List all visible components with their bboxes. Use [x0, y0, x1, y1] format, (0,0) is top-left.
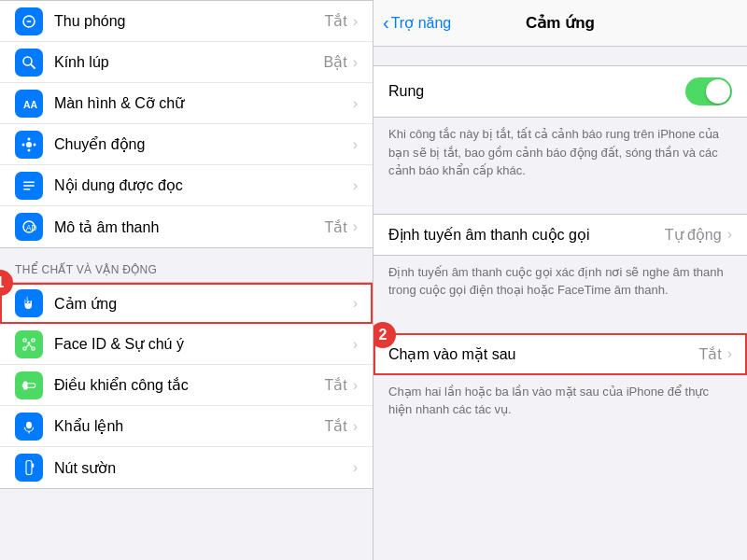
svg-text:AD: AD [26, 224, 37, 232]
dinh-tuyen-value: Tự động [665, 226, 722, 244]
svg-point-22 [26, 421, 32, 428]
cham-vao-row[interactable]: Chạm vào mặt sau Tắt › [374, 333, 747, 375]
svg-point-19 [28, 342, 31, 344]
svg-rect-17 [23, 347, 26, 350]
kinh-lup-icon [15, 49, 43, 77]
thu-phong-icon [15, 7, 43, 35]
svg-text:AA: AA [23, 98, 37, 109]
svg-rect-21 [23, 381, 28, 389]
dinh-tuyen-section: Định tuyến âm thanh cuộc gọi Tự động › Đ… [374, 214, 747, 315]
section-header-the-chat: THỂ CHẤT VÀ VẬN ĐỘNG [0, 248, 373, 282]
kinh-lup-item[interactable]: Kính lúp Bật › [0, 42, 373, 83]
dieu-khien-icon [15, 371, 43, 399]
rung-row: Rung [374, 65, 747, 118]
svg-point-5 [26, 142, 32, 147]
khau-lenh-chevron: › [353, 418, 358, 435]
svg-rect-12 [23, 189, 31, 190]
cam-ung-icon [15, 289, 43, 317]
dieu-khien-label: Điều khiển công tắc [54, 376, 324, 394]
cam-ung-label: Cảm ứng [54, 295, 353, 313]
right-panel: ‹ Trợ năng Cảm ứng Rung Khi công tắc này… [374, 0, 747, 560]
thu-phong-chevron: › [353, 13, 358, 30]
thu-phong-value: Tắt [324, 12, 346, 30]
mo-ta-label: Mô tả âm thanh [54, 218, 324, 236]
mo-ta-value: Tắt [324, 218, 346, 236]
cam-ung-item[interactable]: Cảm ứng › [0, 283, 373, 324]
section-settings-group: 1 Cảm ứng › Face ID & Sự chú ý › [0, 282, 373, 489]
nav-back-button[interactable]: ‹ Trợ năng [383, 12, 451, 34]
cham-vao-section: 2 Chạm vào mặt sau Tắt › Chạm hai lần ho… [374, 333, 747, 434]
rung-section: Rung Khi công tắc này bị tắt, tất cả cản… [374, 65, 747, 195]
settings-list: Thu phóng Tắt › Kính lúp Bật › AA Màn hì… [0, 0, 373, 560]
step2-badge: 2 [374, 322, 396, 348]
svg-rect-18 [32, 347, 35, 350]
face-id-label: Face ID & Sự chú ý [54, 335, 353, 353]
cham-vao-block: 2 Chạm vào mặt sau Tắt › [374, 333, 747, 375]
dieu-khien-item[interactable]: Điều khiển công tắc Tắt › [0, 365, 373, 406]
chuyen-dong-label: Chuyển động [54, 135, 353, 153]
dinh-tuyen-chevron: › [727, 226, 732, 243]
cham-vao-value: Tắt [698, 345, 721, 363]
nut-suon-chevron: › [353, 459, 358, 476]
rung-description: Khi công tắc này bị tắt, tất cả cảnh báo… [374, 118, 747, 195]
svg-rect-11 [23, 185, 35, 187]
khau-lenh-icon [15, 413, 43, 441]
chuyen-dong-item[interactable]: Chuyển động › [0, 124, 373, 165]
chuyen-dong-chevron: › [353, 136, 358, 153]
dieu-khien-chevron: › [353, 377, 358, 394]
left-panel: Thu phóng Tắt › Kính lúp Bật › AA Màn hì… [0, 0, 374, 560]
noi-dung-icon [15, 172, 43, 200]
cham-vao-label: Chạm vào mặt sau [388, 345, 698, 363]
noi-dung-chevron: › [353, 177, 358, 194]
nav-title: Cảm ứng [526, 13, 595, 33]
right-content: Rung Khi công tắc này bị tắt, tất cả cản… [374, 47, 747, 560]
svg-rect-16 [32, 339, 35, 342]
cham-vao-chevron: › [727, 345, 732, 362]
noi-dung-item[interactable]: Nội dung được đọc › [0, 165, 373, 206]
nut-suon-label: Nút sườn [54, 459, 353, 477]
mo-ta-chevron: › [353, 218, 358, 235]
top-settings-group: Thu phóng Tắt › Kính lúp Bật › AA Màn hì… [0, 0, 373, 248]
face-id-chevron: › [353, 336, 358, 353]
back-chevron-icon: ‹ [383, 12, 389, 34]
thu-phong-item[interactable]: Thu phóng Tắt › [0, 1, 373, 42]
nut-suon-item[interactable]: Nút sườn › [0, 447, 373, 488]
dinh-tuyen-description: Định tuyến âm thanh cuộc gọi xác định nơ… [374, 256, 747, 315]
kinh-lup-chevron: › [353, 54, 358, 71]
man-hinh-label: Màn hình & Cỡ chữ [54, 94, 353, 112]
cam-ung-chevron: › [353, 295, 358, 312]
kinh-lup-label: Kính lúp [54, 54, 324, 71]
khau-lenh-label: Khẩu lệnh [54, 417, 324, 435]
rung-label: Rung [388, 83, 685, 100]
cam-ung-block: 1 Cảm ứng › [0, 283, 373, 324]
kinh-lup-value: Bật [324, 53, 347, 71]
svg-point-8 [22, 143, 25, 146]
svg-point-7 [28, 148, 31, 151]
svg-point-9 [34, 143, 36, 146]
chuyen-dong-icon [15, 131, 43, 159]
dinh-tuyen-label: Định tuyến âm thanh cuộc gọi [388, 226, 665, 244]
man-hinh-chevron: › [353, 95, 358, 112]
thu-phong-label: Thu phóng [54, 13, 324, 30]
man-hinh-item[interactable]: AA Màn hình & Cỡ chữ › [0, 83, 373, 124]
nut-suon-icon [15, 454, 43, 482]
mo-ta-icon: AD [15, 213, 43, 241]
svg-line-3 [31, 63, 35, 67]
noi-dung-label: Nội dung được đọc [54, 176, 353, 194]
nav-back-label: Trợ năng [391, 14, 452, 32]
rung-toggle[interactable] [685, 77, 732, 105]
svg-rect-24 [26, 461, 32, 475]
nav-bar: ‹ Trợ năng Cảm ứng [374, 0, 747, 47]
dieu-khien-value: Tắt [324, 376, 346, 394]
svg-rect-25 [32, 464, 34, 469]
svg-rect-15 [23, 339, 26, 342]
dinh-tuyen-row[interactable]: Định tuyến âm thanh cuộc gọi Tự động › [374, 214, 747, 256]
face-id-item[interactable]: Face ID & Sự chú ý › [0, 324, 373, 365]
svg-rect-10 [23, 181, 35, 183]
khau-lenh-value: Tắt [324, 417, 346, 435]
mo-ta-item[interactable]: AD Mô tả âm thanh Tắt › [0, 206, 373, 247]
svg-point-6 [28, 137, 31, 140]
cham-vao-description: Chạm hai lần hoặc ba lần vào mặt sau của… [374, 375, 747, 434]
khau-lenh-item[interactable]: Khẩu lệnh Tắt › [0, 406, 373, 447]
man-hinh-icon: AA [15, 90, 43, 118]
